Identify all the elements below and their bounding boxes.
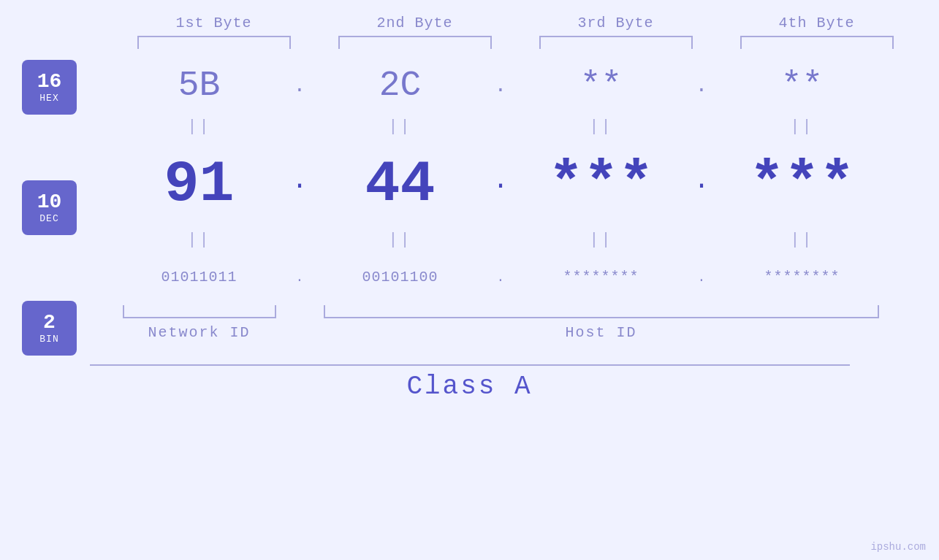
dec-val-3: *** — [548, 151, 653, 218]
hex-cell-1: 5B — [99, 66, 300, 105]
hex-badge: 16 HEX — [22, 60, 77, 115]
byte-label-1: 1st Byte — [113, 15, 314, 31]
watermark: ipshu.com — [870, 541, 926, 553]
bottom-bracket-area: Network ID Host ID — [99, 305, 939, 341]
eq2-cell-4: || — [702, 228, 902, 253]
eq2-cell-3: || — [501, 228, 702, 253]
bin-row: 01011011 . 00101100 . ******** . — [99, 253, 939, 301]
eq2-cell-1: || — [99, 228, 300, 253]
host-bracket-line — [324, 305, 879, 318]
network-id-section: Network ID — [99, 305, 300, 341]
byte-label-4: 4th Byte — [716, 15, 917, 31]
eq1-cell-2: || — [300, 115, 501, 140]
byte-label-3: 3rd Byte — [515, 15, 716, 31]
eq1-cell-1: || — [99, 115, 300, 140]
dec-base-num: 10 — [37, 191, 62, 214]
class-row: Class A — [0, 364, 939, 402]
eq2-cell-2: || — [300, 228, 501, 253]
class-label: Class A — [0, 366, 939, 402]
hex-base-num: 16 — [37, 71, 62, 93]
dec-cell-4: *** — [702, 151, 902, 218]
bin-base-num: 2 — [43, 312, 56, 334]
dec-badge: 10 DEC — [22, 180, 77, 235]
byte-col-1: 1st Byte — [113, 15, 314, 49]
byte-bracket-3 — [539, 36, 693, 49]
bin-val-1: 01011011 — [161, 269, 237, 285]
host-id-section: Host ID — [300, 305, 902, 341]
dec-base-name: DEC — [39, 213, 58, 224]
byte-bracket-1 — [137, 36, 291, 49]
equals-row-1: || || || || — [99, 115, 939, 140]
eq1-cell-4: || — [702, 115, 902, 140]
hex-cell-3: ** — [501, 66, 702, 105]
byte-labels-row: 1st Byte 2nd Byte 3rd Byte 4th Byte — [0, 0, 939, 49]
equals-row-2: || || || || — [99, 228, 939, 253]
dec-val-2: 44 — [365, 151, 435, 218]
byte-bracket-2 — [338, 36, 492, 49]
bin-cell-4: ******** — [702, 269, 902, 285]
hex-row: 5B . 2C . ** . ** — [99, 56, 939, 115]
byte-bracket-4 — [740, 36, 894, 49]
network-bracket-line — [123, 305, 276, 318]
bin-cell-1: 01011011 — [99, 269, 300, 285]
host-id-label: Host ID — [565, 318, 636, 341]
bin-val-4: ******** — [764, 269, 840, 285]
base-col: 16 HEX 10 DEC 2 BIN — [0, 56, 99, 356]
byte-label-2: 2nd Byte — [314, 15, 515, 31]
dec-cell-3: *** — [501, 151, 702, 218]
values-area: 5B . 2C . ** . ** — [99, 56, 939, 356]
network-id-label: Network ID — [148, 318, 250, 341]
hex-val-4: ** — [781, 66, 824, 105]
hex-val-1: 5B — [178, 66, 221, 105]
byte-col-4: 4th Byte — [716, 15, 917, 49]
dec-val-4: *** — [749, 151, 854, 218]
byte-col-3: 3rd Byte — [515, 15, 716, 49]
bin-cell-2: 00101100 — [300, 269, 501, 285]
eq1-cell-3: || — [501, 115, 702, 140]
hex-val-3: ** — [580, 66, 623, 105]
bin-val-3: ******** — [563, 269, 639, 285]
dec-val-1: 91 — [164, 151, 234, 218]
hex-base-name: HEX — [39, 93, 58, 104]
main-area: 16 HEX 10 DEC 2 BIN 5B . — [0, 56, 939, 356]
bin-base-name: BIN — [39, 334, 58, 345]
dec-cell-1: 91 — [99, 151, 300, 218]
bin-badge: 2 BIN — [22, 301, 77, 356]
main-container: 1st Byte 2nd Byte 3rd Byte 4th Byte 16 H… — [0, 0, 939, 560]
dec-row: 91 . 44 . *** . *** — [99, 140, 939, 228]
byte-col-2: 2nd Byte — [314, 15, 515, 49]
hex-cell-2: 2C — [300, 66, 501, 105]
dec-cell-2: 44 — [300, 151, 501, 218]
hex-val-2: 2C — [379, 66, 422, 105]
bin-val-2: 00101100 — [362, 269, 438, 285]
bin-cell-3: ******** — [501, 269, 702, 285]
hex-cell-4: ** — [702, 66, 902, 105]
